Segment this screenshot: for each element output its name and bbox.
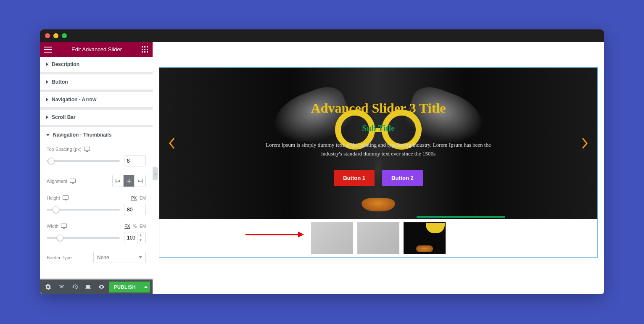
- history-icon[interactable]: [69, 281, 81, 293]
- sidebar-title: Edit Advanced Slider: [52, 46, 142, 53]
- control-alignment: Alignment: [47, 175, 146, 187]
- section-label: Button: [52, 79, 68, 85]
- label-top-spacing: Top Spacing (px): [47, 147, 90, 152]
- slide-title: Advanced Slider 3 Title: [261, 100, 496, 116]
- slide-description: Lorem ipsum is simply dummy text of the …: [261, 141, 496, 158]
- control-border-type: Border Type None: [47, 252, 146, 263]
- thumbnail-3[interactable]: [404, 222, 446, 254]
- slider-main: Advanced Slider 3 Title Sub Title Lorem …: [159, 68, 597, 219]
- advanced-slider-widget[interactable]: Advanced Slider 3 Title Sub Title Lorem …: [159, 67, 598, 258]
- slide-subtitle: Sub Title: [261, 124, 496, 133]
- window-titlebar: [40, 29, 604, 42]
- caret-right-icon: [46, 63, 48, 66]
- height-slider[interactable]: [47, 209, 120, 211]
- responsive-icon[interactable]: [84, 147, 90, 151]
- section-button: Button: [40, 74, 153, 92]
- slide-button-2[interactable]: Button 2: [382, 170, 423, 186]
- app-body: Edit Advanced Slider Description Button: [40, 42, 604, 294]
- publish-button[interactable]: PUBLISH: [109, 282, 141, 292]
- unit-em[interactable]: EM: [140, 224, 146, 229]
- navigator-icon[interactable]: [56, 281, 68, 293]
- thumbnail-2[interactable]: [357, 222, 399, 254]
- chevron-down-icon: [139, 256, 142, 258]
- label-width: Width: [47, 224, 67, 229]
- editor-sidebar: Edit Advanced Slider Description Button: [40, 42, 153, 294]
- app-window: Edit Advanced Slider Description Button: [40, 29, 604, 294]
- align-center-button[interactable]: [124, 175, 135, 187]
- width-input-wrap: ▲▼: [124, 232, 146, 243]
- height-units: PX EM: [129, 196, 146, 200]
- section-header-nav-arrow[interactable]: Navigation - Arrow: [40, 92, 153, 107]
- alignment-choices: [112, 175, 146, 187]
- section-label: Navigation - Arrow: [52, 97, 96, 103]
- responsive-icon[interactable]: [63, 195, 69, 200]
- close-window-icon[interactable]: [45, 33, 50, 38]
- thumbnail-1[interactable]: [311, 222, 353, 254]
- unit-px[interactable]: PX: [124, 224, 130, 229]
- collapse-sidebar-tab[interactable]: ‹: [153, 167, 158, 180]
- caret-right-icon: [46, 98, 48, 101]
- align-left-button[interactable]: [113, 175, 124, 187]
- control-top-spacing: Top Spacing (px): [47, 147, 146, 166]
- section-header-scroll-bar[interactable]: Scroll Bar: [40, 110, 153, 125]
- stepper-down[interactable]: ▼: [137, 238, 144, 243]
- label-alignment: Alignment: [47, 179, 76, 184]
- responsive-icon[interactable]: [70, 179, 76, 183]
- caret-right-icon: [46, 80, 48, 84]
- preview-icon[interactable]: [96, 281, 108, 293]
- slider-prev-arrow[interactable]: [166, 133, 178, 154]
- panel-scroll: Description Button Navigation - Arrow: [40, 57, 153, 279]
- caret-down-icon: [46, 134, 50, 136]
- top-spacing-slider[interactable]: [47, 160, 120, 162]
- unit-em[interactable]: EM: [140, 196, 146, 200]
- unit-px[interactable]: PX: [131, 196, 137, 200]
- minimize-window-icon[interactable]: [53, 33, 58, 38]
- width-units: PX % EM: [123, 224, 146, 229]
- section-scroll-bar: Scroll Bar: [40, 110, 153, 127]
- sidebar-header: Edit Advanced Slider: [40, 42, 153, 57]
- width-input[interactable]: [124, 235, 137, 241]
- menu-icon[interactable]: [44, 47, 52, 53]
- maximize-window-icon[interactable]: [62, 33, 67, 38]
- publish-options-button[interactable]: [141, 282, 150, 292]
- responsive-icon[interactable]: [61, 224, 67, 228]
- annotation-arrow: [245, 232, 304, 237]
- section-header-button[interactable]: Button: [40, 74, 153, 90]
- select-value: None: [97, 255, 109, 261]
- border-type-select[interactable]: None: [93, 252, 146, 263]
- unit-pct[interactable]: %: [133, 224, 137, 229]
- control-height: Height PX EM: [47, 195, 146, 215]
- thumbnail-row: [159, 219, 597, 257]
- section-header-description[interactable]: Description: [40, 57, 153, 72]
- label-border-type: Border Type: [47, 255, 72, 260]
- slide-content: Advanced Slider 3 Title Sub Title Lorem …: [252, 100, 504, 187]
- stepper-up[interactable]: ▲: [137, 233, 144, 238]
- slider-next-arrow[interactable]: [578, 133, 591, 154]
- label-height: Height: [47, 195, 69, 200]
- slide-button-1[interactable]: Button 1: [334, 170, 375, 186]
- settings-icon[interactable]: [42, 281, 54, 293]
- top-spacing-input[interactable]: [124, 155, 146, 166]
- sidebar-footer: PUBLISH: [40, 279, 153, 294]
- section-label: Navigation - Thumbnails: [53, 132, 111, 138]
- preview-canvas: Advanced Slider 3 Title Sub Title Lorem …: [153, 42, 604, 294]
- caret-right-icon: [46, 116, 48, 119]
- section-header-nav-thumbs[interactable]: Navigation - Thumbnails: [40, 127, 153, 142]
- responsive-mode-icon[interactable]: [82, 281, 94, 293]
- section-label: Scroll Bar: [52, 114, 76, 120]
- widgets-grid-icon[interactable]: [142, 46, 148, 53]
- section-description: Description: [40, 57, 153, 74]
- section-label: Description: [52, 61, 79, 67]
- section-nav-arrow: Navigation - Arrow: [40, 92, 153, 110]
- control-width: Width PX % EM: [47, 224, 146, 243]
- section-nav-thumbs: Navigation - Thumbnails Top Spacing (px): [40, 127, 153, 279]
- align-right-button[interactable]: [135, 175, 145, 187]
- height-input[interactable]: [124, 204, 146, 215]
- width-slider[interactable]: [47, 237, 120, 239]
- section-content-nav-thumbs: Top Spacing (px) Alignment: [40, 142, 153, 278]
- slider-progress-bar: [417, 216, 505, 218]
